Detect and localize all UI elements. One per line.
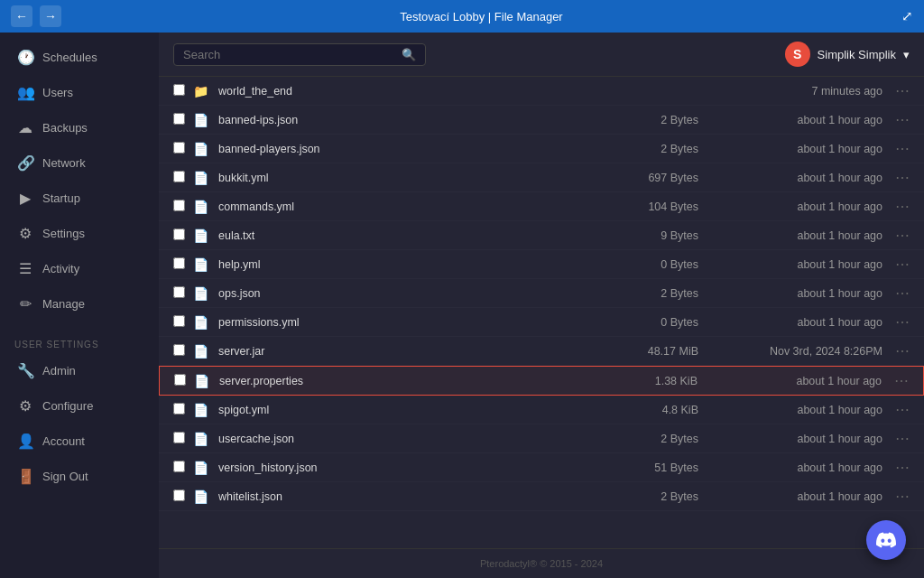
file-checkbox-2[interactable]	[173, 142, 193, 156]
checkbox-input[interactable]	[173, 461, 185, 472]
file-checkbox-8[interactable]	[173, 315, 193, 330]
discord-button[interactable]	[866, 520, 906, 560]
sidebar-item-signout[interactable]: 🚪 Sign Out	[0, 459, 159, 494]
sidebar-user-nav: 🔧 Admin ⚙ Configure 👤 Account 🚪 Sign Out	[0, 353, 159, 494]
sidebar-item-manage[interactable]: ✏ Manage	[0, 286, 159, 322]
forward-button[interactable]: →	[40, 5, 61, 27]
sidebar-item-network[interactable]: 🔗 Network	[0, 145, 159, 181]
file-checkbox-0[interactable]	[173, 84, 193, 98]
file-menu-button[interactable]: ⋯	[882, 198, 910, 215]
file-menu-button[interactable]: ⋯	[882, 111, 910, 128]
search-input[interactable]	[183, 48, 398, 61]
sidebar-item-label: Startup	[42, 191, 80, 205]
checkbox-input[interactable]	[173, 171, 185, 182]
file-menu-button[interactable]: ⋯	[882, 372, 909, 389]
file-menu-button[interactable]: ⋯	[882, 488, 910, 505]
file-type-icon: 📄	[193, 200, 213, 214]
table-row: 📄 permissions.yml 0 Bytes about 1 hour a…	[159, 308, 924, 337]
file-menu-button[interactable]: ⋯	[882, 313, 910, 331]
search-icon: 🔍	[402, 48, 416, 61]
checkbox-input[interactable]	[173, 344, 185, 356]
file-checkbox-13[interactable]	[173, 461, 193, 475]
file-date: about 1 hour ago	[720, 200, 882, 213]
file-checkbox-5[interactable]	[173, 228, 193, 243]
sidebar-item-admin[interactable]: 🔧 Admin	[0, 353, 159, 388]
checkbox-input[interactable]	[173, 257, 185, 269]
file-date: about 1 hour ago	[719, 375, 882, 387]
checkbox-input[interactable]	[173, 403, 185, 415]
file-type-icon: 📄	[193, 344, 213, 359]
account-icon: 👤	[17, 433, 33, 450]
file-manager-header: 🔍 S Simplik Simplik ▾	[159, 33, 924, 77]
external-link-button[interactable]: ⤢	[901, 8, 913, 24]
file-name: whitelist.json	[218, 490, 608, 503]
file-menu-button[interactable]: ⋯	[882, 284, 910, 302]
backups-icon: ☁	[17, 119, 33, 136]
file-menu-button[interactable]: ⋯	[882, 82, 910, 99]
file-checkbox-9[interactable]	[173, 344, 193, 359]
file-checkbox-1[interactable]	[173, 113, 193, 127]
file-date: about 1 hour ago	[720, 229, 882, 242]
file-size: 0 Bytes	[608, 316, 698, 329]
file-type-icon: 📄	[193, 461, 213, 475]
file-type-icon: 📄	[193, 286, 213, 301]
activity-icon: ☰	[17, 260, 33, 277]
file-menu-button[interactable]: ⋯	[882, 256, 910, 273]
checkbox-input[interactable]	[173, 286, 185, 298]
file-menu-button[interactable]: ⋯	[882, 401, 910, 418]
file-date: about 1 hour ago	[720, 172, 882, 184]
file-checkbox-4[interactable]	[173, 200, 193, 214]
checkbox-input[interactable]	[173, 228, 185, 240]
user-badge[interactable]: S Simplik Simplik ▾	[785, 42, 910, 67]
checkbox-input[interactable]	[173, 315, 185, 327]
checkbox-input[interactable]	[173, 200, 185, 211]
table-row: 📄 ops.json 2 Bytes about 1 hour ago ⋯	[159, 279, 924, 308]
sidebar-item-activity[interactable]: ☰ Activity	[0, 251, 159, 286]
file-checkbox-10[interactable]	[174, 374, 194, 388]
file-menu-button[interactable]: ⋯	[882, 430, 910, 447]
sidebar-item-account[interactable]: 👤 Account	[0, 424, 159, 459]
file-size: 4.8 KiB	[608, 404, 698, 416]
file-menu-button[interactable]: ⋯	[882, 140, 910, 157]
checkbox-input[interactable]	[173, 432, 185, 443]
signout-icon: 🚪	[17, 468, 33, 485]
file-name: commands.yml	[218, 200, 608, 213]
sidebar-item-configure[interactable]: ⚙ Configure	[0, 388, 159, 424]
sidebar-item-schedules[interactable]: 🕐 Schedules	[0, 40, 159, 75]
file-checkbox-14[interactable]	[173, 489, 193, 504]
file-type-icon: 📄	[193, 489, 213, 504]
file-name: world_the_end	[218, 85, 608, 98]
sidebar-item-label: Settings	[42, 227, 85, 240]
file-checkbox-11[interactable]	[173, 403, 193, 417]
table-row: 📄 commands.yml 104 Bytes about 1 hour ag…	[159, 192, 924, 221]
file-checkbox-12[interactable]	[173, 432, 193, 446]
search-box: 🔍	[173, 43, 426, 66]
file-size: 697 Bytes	[608, 172, 698, 184]
table-row: 📁 world_the_end 7 minutes ago ⋯	[159, 77, 924, 106]
sidebar-item-settings[interactable]: ⚙ Settings	[0, 216, 159, 251]
checkbox-input[interactable]	[173, 84, 185, 96]
file-size: 2 Bytes	[608, 433, 698, 445]
file-checkbox-6[interactable]	[173, 257, 193, 272]
file-menu-button[interactable]: ⋯	[882, 169, 910, 186]
user-settings-label: USER SETTINGS	[0, 329, 159, 353]
table-row: 📄 help.yml 0 Bytes about 1 hour ago ⋯	[159, 250, 924, 279]
sidebar-item-startup[interactable]: ▶ Startup	[0, 181, 159, 216]
sidebar-item-users[interactable]: 👥 Users	[0, 75, 159, 110]
file-size: 0 Bytes	[608, 258, 698, 271]
file-name: spigot.yml	[218, 404, 608, 416]
back-button[interactable]: ←	[11, 5, 32, 27]
file-manager-footer: Pterodactyl® © 2015 - 2024	[159, 548, 924, 578]
file-checkbox-3[interactable]	[173, 171, 193, 185]
file-name: help.yml	[218, 258, 608, 271]
file-name: bukkit.yml	[218, 172, 608, 184]
checkbox-input[interactable]	[173, 113, 185, 125]
checkbox-input[interactable]	[174, 374, 186, 386]
file-menu-button[interactable]: ⋯	[882, 342, 910, 359]
file-menu-button[interactable]: ⋯	[882, 459, 910, 476]
file-menu-button[interactable]: ⋯	[882, 227, 910, 244]
checkbox-input[interactable]	[173, 489, 185, 501]
checkbox-input[interactable]	[173, 142, 185, 154]
file-checkbox-7[interactable]	[173, 286, 193, 301]
sidebar-item-backups[interactable]: ☁ Backups	[0, 110, 159, 145]
